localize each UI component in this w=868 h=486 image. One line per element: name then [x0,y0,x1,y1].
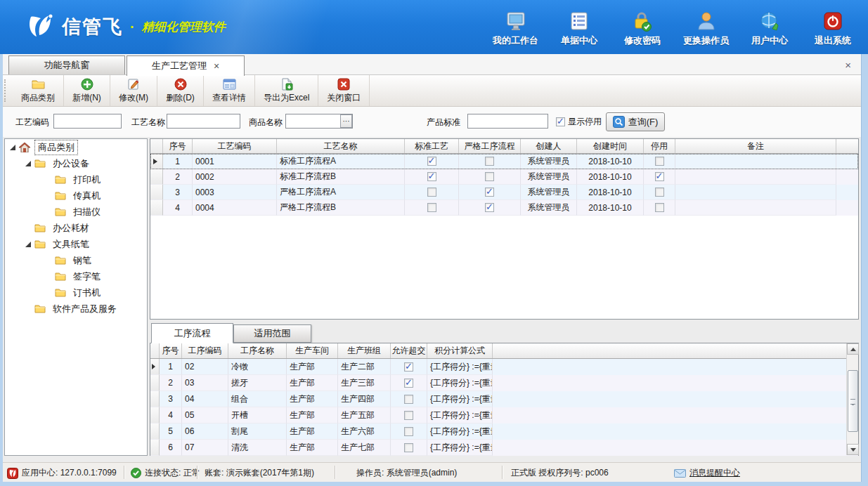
tree-item-stationery[interactable]: 文具纸笔 [5,236,147,252]
vertical-scrollbar[interactable] [846,343,858,455]
column-header[interactable]: 备注 [675,139,836,153]
table-row[interactable]: 2 03 搓牙 生产部 生产三部 {工序得分} :={重量} [150,375,858,391]
scrollbar-thumb[interactable] [848,370,858,432]
brand-name: 信管飞 [62,14,123,39]
over-delivery-checkbox[interactable] [404,379,413,388]
folder-icon [55,175,67,185]
standard-checkbox[interactable] [427,188,436,197]
menu-item-password[interactable]: 修改密码 [620,10,665,47]
menu-label: 更换操作员 [683,34,729,47]
add-button[interactable]: 新增(N) [64,75,110,106]
toolbar-grip[interactable] [4,79,11,102]
stopped-checkbox[interactable] [655,188,664,197]
top-menu: 我的工作台 单据中心 [493,10,855,47]
strict-checkbox[interactable] [485,172,494,181]
tree-item-root[interactable]: 商品类别 [5,139,147,155]
table-row[interactable]: 3 04 组合 生产部 生产四部 {工序得分} :={重量} [150,391,858,407]
expander-icon[interactable] [10,145,15,150]
query-button[interactable]: 查询(F) [606,112,665,131]
tree-item-marker[interactable]: 签字笔 [5,268,147,284]
row-selector-arrow [152,364,155,369]
delete-button[interactable]: 删除(D) [157,75,204,106]
tab-production-process[interactable]: 生产工艺管理 × [127,55,245,76]
tree-item-printer[interactable]: 打印机 [5,171,147,188]
column-header[interactable]: 创建时间 [577,139,644,153]
strict-checkbox[interactable] [485,203,494,212]
brand: 信管飞 · 精细化管理软件 [25,13,226,41]
menu-item-workbench[interactable]: 我的工作台 [493,10,538,47]
tab-label: 适用范围 [254,327,291,340]
tree-item-office-supplies[interactable]: 办公耗材 [5,220,147,236]
menu-item-user-center[interactable]: 用户中心 [747,10,792,47]
message-center-link[interactable]: 消息提醒中心 [674,467,740,479]
tab-close-icon[interactable]: × [214,61,219,71]
table-row[interactable]: 1 0001 标准工序流程A 系统管理员 2018-10-10 [150,154,858,169]
strict-checkbox[interactable] [485,157,494,166]
scroll-up-button[interactable] [847,343,859,355]
tabstrip-close-icon[interactable]: × [845,59,851,71]
table-row[interactable]: 2 0002 标准工序流程B 系统管理员 2018-10-10 [150,169,858,185]
column-header[interactable]: 序号 [160,343,182,358]
strict-checkbox[interactable] [485,188,494,197]
column-header[interactable]: 工序编码 [182,343,228,358]
over-delivery-checkbox[interactable] [404,362,413,372]
product-picker-button[interactable]: ··· [340,114,352,128]
user-icon [695,10,718,32]
standard-checkbox[interactable] [427,157,436,166]
column-header[interactable]: 积分计算公式 [427,343,493,358]
over-delivery-checkbox[interactable] [404,411,413,420]
tree-item-scanner[interactable]: 扫描仪 [5,204,147,220]
column-header[interactable]: 标准工艺 [405,139,459,153]
expander-icon[interactable] [25,242,31,247]
tree-item-software[interactable]: 软件产品及服务 [5,301,147,317]
over-delivery-checkbox[interactable] [404,443,413,452]
table-row[interactable]: 5 06 割尾 生产部 生产六部 {工序得分} :={重量} [150,423,858,440]
category-button[interactable]: 商品类别 [13,75,64,106]
stopped-checkbox[interactable] [655,172,664,181]
stopped-checkbox[interactable] [655,203,664,212]
show-disabled-checkbox[interactable]: 显示停用 [556,116,602,128]
excel-export-icon [280,77,293,91]
column-header[interactable]: 工艺编码 [193,139,277,153]
over-delivery-checkbox[interactable] [404,427,413,436]
export-excel-button[interactable]: 导出为Excel [255,75,318,106]
column-header[interactable]: 工序名称 [228,343,287,358]
tree-item-fax[interactable]: 传真机 [5,188,147,204]
table-row[interactable]: 6 07 清洗 生产部 生产七部 {工序得分} :={重量} [150,440,858,456]
product-standard-input[interactable] [467,114,548,129]
table-row[interactable]: 4 05 开槽 生产部 生产五部 {工序得分} :={重量} [150,407,858,423]
standard-checkbox[interactable] [427,172,436,181]
column-header[interactable]: 允许超交 [391,343,427,358]
table-row[interactable]: 4 0004 严格工序流程B 系统管理员 2018-10-10 [150,200,858,216]
scroll-down-button[interactable] [847,444,859,455]
over-delivery-checkbox[interactable] [404,395,413,404]
column-header[interactable]: 工艺名称 [277,139,405,153]
table-row[interactable]: 3 0003 严格工序流程A 系统管理员 2018-10-10 [150,185,858,200]
tab-applicable-scope[interactable]: 适用范围 [233,324,311,343]
process-name-input[interactable] [167,114,240,129]
view-details-button[interactable]: 查看详情 [204,75,255,106]
menu-item-exit[interactable]: 退出系统 [810,10,855,47]
stopped-checkbox[interactable] [655,157,664,166]
process-code-input[interactable] [53,114,122,129]
column-header[interactable]: 生产车间 [287,343,338,358]
tab-label: 工序流程 [174,327,211,340]
checkbox-icon[interactable] [556,117,565,126]
menu-item-switch-operator[interactable]: 更换操作员 [683,10,729,47]
column-header[interactable]: 序号 [163,139,193,153]
tab-function-navigator[interactable]: 功能导航窗 [8,55,125,74]
column-header[interactable]: 停用 [644,139,675,153]
tree-item-pen[interactable]: 钢笔 [5,252,147,268]
column-header[interactable]: 生产班组 [338,343,391,358]
column-header[interactable]: 创建人 [521,139,577,153]
tree-item-stapler[interactable]: 订书机 [5,284,147,301]
tab-step-flow[interactable]: 工序流程 [151,323,233,343]
expander-icon[interactable] [25,161,31,166]
table-row[interactable]: 1 02 冷镦 生产部 生产二部 {工序得分} :={重量} [150,359,858,375]
menu-item-documents[interactable]: 单据中心 [557,10,602,47]
tree-item-office-equipment[interactable]: 办公设备 [5,155,147,171]
close-window-button[interactable]: 关闭窗口 [318,75,370,106]
column-header[interactable]: 严格工序流程 [459,139,521,153]
standard-checkbox[interactable] [427,203,436,212]
edit-button[interactable]: 修改(M) [110,75,157,106]
